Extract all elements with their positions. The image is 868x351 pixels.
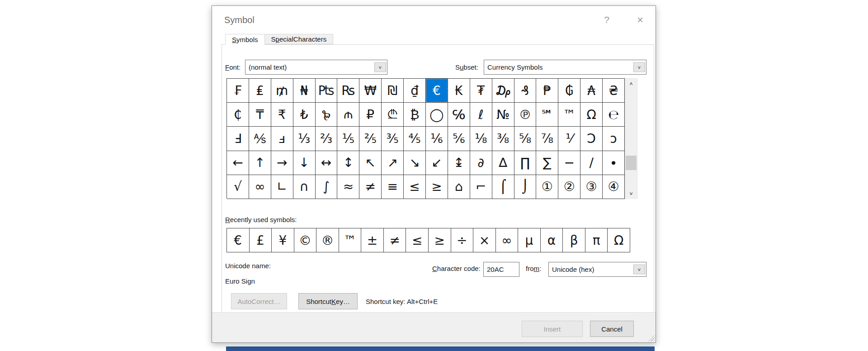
symbol-cell[interactable]: ¥ [272,228,294,252]
chevron-down-icon[interactable]: ∨ [633,265,645,275]
symbol-cell[interactable]: ₭ [448,79,470,103]
symbol-cell[interactable]: ↘ [404,151,426,175]
symbol-cell[interactable]: ≤ [404,175,426,199]
symbol-cell[interactable]: → [271,151,293,175]
symbol-cell[interactable]: ₿ [404,103,426,127]
symbol-cell[interactable]: ℗ [514,103,537,127]
symbol-cell[interactable]: ₩ [359,79,382,103]
symbol-cell[interactable]: ₰ [514,79,537,103]
symbol-cell[interactable]: ← [227,151,249,175]
insert-button[interactable]: Insert [522,321,583,337]
symbol-cell[interactable]: № [492,103,514,127]
symbol-cell[interactable]: ↖ [359,151,382,175]
symbol-cell[interactable]: ₫ [404,79,426,103]
cancel-button[interactable]: Cancel [590,321,634,337]
autocorrect-button[interactable]: AutoCorrect… [231,293,287,309]
symbol-cell[interactable]: ⌡ [514,175,537,199]
symbol-cell[interactable]: ₸ [249,103,271,127]
symbol-cell[interactable]: ≈ [337,175,359,199]
symbol-cell[interactable]: ⅗ [382,127,404,151]
symbol-cell[interactable]: ↨ [448,151,470,175]
shortcut-key-button[interactable]: Shortcut Key… [298,293,358,309]
symbol-cell[interactable]: ↔ [316,151,338,175]
chevron-down-icon[interactable]: ∨ [374,62,386,72]
symbol-cell[interactable]: ∂ [470,151,492,175]
symbol-cell[interactable]: ≠ [359,175,382,199]
symbol-cell[interactable]: ⅔ [316,127,338,151]
symbol-cell[interactable]: ∫ [316,175,338,199]
symbol-cell[interactable]: ₮ [470,79,492,103]
symbol-cell-selected[interactable]: € [426,79,448,103]
symbol-cell[interactable]: ⅘ [404,127,426,151]
symbol-cell[interactable]: ₥ [271,79,293,103]
symbol-cell[interactable]: ≥ [429,228,451,252]
symbol-cell[interactable]: Ω [580,103,603,127]
symbol-cell[interactable]: ③ [580,175,603,199]
symbol-cell[interactable]: ∙ [603,151,625,175]
symbol-cell[interactable]: ∞ [496,228,519,252]
symbol-grid-scrollbar[interactable]: ∧ ∨ [625,78,637,199]
symbol-cell[interactable]: € [227,228,250,252]
symbol-cell[interactable]: √ [227,175,249,199]
symbol-cell[interactable]: ™ [558,103,580,127]
symbol-cell[interactable]: ₧ [316,79,338,103]
font-dropdown[interactable]: (normal text) ∨ [245,60,387,75]
symbol-cell[interactable]: ₯ [492,79,514,103]
symbol-cell[interactable]: ↄ [603,127,625,151]
symbol-cell[interactable]: ① [536,175,558,199]
scroll-up-icon[interactable]: ∧ [625,81,637,86]
symbol-cell[interactable]: ₣ [227,79,249,103]
symbol-cell[interactable]: ₼ [337,103,359,127]
symbol-cell[interactable]: ⅜ [492,127,514,151]
symbol-cell[interactable]: ◯ [426,103,448,127]
symbol-cell[interactable]: ⅙ [426,127,448,151]
symbol-cell[interactable]: ℅ [448,103,470,127]
symbol-cell[interactable]: − [558,151,580,175]
subset-dropdown[interactable]: Currency Symbols ∨ [484,60,646,75]
symbol-cell[interactable]: ≠ [384,228,406,252]
symbol-cell[interactable]: ℠ [536,103,558,127]
symbol-cell[interactable]: α [541,228,563,252]
symbol-cell[interactable]: ⌂ [448,175,470,199]
symbol-cell[interactable]: ∞ [249,175,271,199]
symbol-cell[interactable]: ⌠ [492,175,514,199]
symbol-cell[interactable]: ↕ [337,151,359,175]
symbol-cell[interactable]: ± [361,228,384,252]
symbol-cell[interactable]: ₦ [293,79,316,103]
symbol-cell[interactable]: ∕ [580,151,603,175]
symbol-cell[interactable]: ₪ [382,79,404,103]
symbol-cell[interactable]: ↗ [382,151,404,175]
chevron-down-icon[interactable]: ∨ [633,62,645,72]
scrollbar-thumb[interactable] [626,156,637,170]
symbol-cell[interactable]: ↙ [426,151,448,175]
tab-special-characters[interactable]: Special Characters [265,34,334,44]
scroll-down-icon[interactable]: ∨ [625,190,637,196]
symbol-cell[interactable]: ⅍ [249,127,271,151]
symbol-cell[interactable]: ⅞ [536,127,558,151]
symbol-cell[interactable]: μ [518,228,541,252]
help-icon[interactable]: ? [600,13,613,27]
symbol-cell[interactable]: ₤ [249,79,271,103]
symbol-cell[interactable]: π [585,228,608,252]
symbol-cell[interactable]: ∆ [492,151,514,175]
symbol-cell[interactable]: ⅝ [514,127,537,151]
symbol-cell[interactable]: ₨ [337,79,359,103]
symbol-cell[interactable]: ₹ [271,103,293,127]
symbol-cell[interactable]: Ω [608,228,630,252]
symbol-cell[interactable]: ≤ [406,228,429,252]
symbol-cell[interactable]: ∏ [514,151,537,175]
symbol-cell[interactable]: ↑ [249,151,271,175]
character-code-input[interactable] [483,262,519,277]
symbol-cell[interactable]: ⅖ [359,127,382,151]
symbol-cell[interactable]: ⅚ [448,127,470,151]
symbol-cell[interactable]: ® [316,228,339,252]
symbol-cell[interactable]: ⅛ [470,127,492,151]
symbol-cell[interactable]: Ↄ [580,127,603,151]
symbol-cell[interactable]: ≡ [382,175,404,199]
symbol-cell[interactable]: ₱ [536,79,558,103]
symbol-cell[interactable]: β [563,228,585,252]
symbol-cell[interactable]: ™ [339,228,362,252]
symbol-cell[interactable]: ∟ [271,175,293,199]
from-dropdown[interactable]: Unicode (hex) ∨ [548,262,646,277]
symbol-cell[interactable]: ℮ [603,103,625,127]
